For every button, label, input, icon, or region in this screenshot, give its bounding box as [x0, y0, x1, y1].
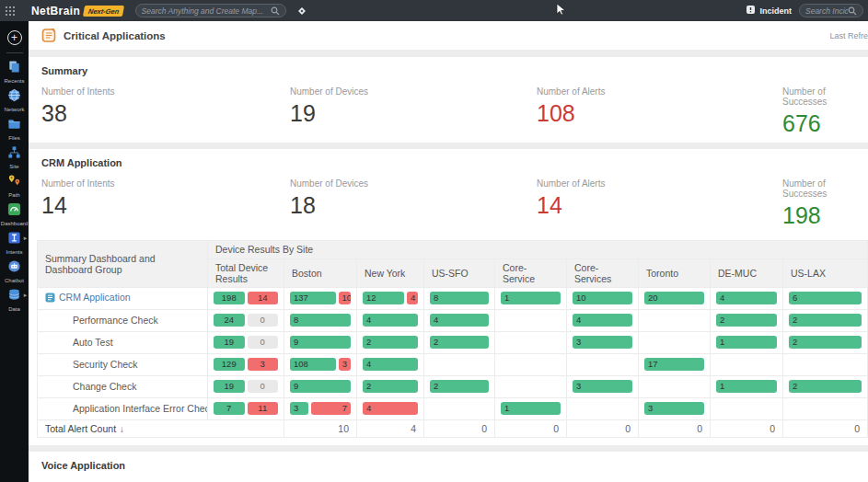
section-divider — [29, 51, 868, 57]
sidebar: + RecentsNetworkFilesSitePathDashboardIn… — [0, 21, 29, 482]
sidebar-item-chatbot[interactable]: Chatbot — [1, 259, 28, 288]
metric-label: Number of Devices — [290, 178, 537, 189]
result-cell: 8 — [284, 309, 357, 331]
metric-value: 676 — [782, 111, 855, 135]
success-pill: 9 — [290, 380, 351, 393]
app-launcher-grid-icon[interactable] — [0, 0, 20, 21]
total-alert-count-value: 0 — [424, 419, 495, 437]
result-cell: 9 — [284, 331, 357, 353]
success-pill: 6 — [789, 292, 862, 304]
success-pill: 8 — [290, 314, 351, 327]
result-cell: 4 — [711, 287, 783, 309]
result-cell — [424, 353, 495, 375]
add-button[interactable]: + — [7, 30, 22, 45]
result-cell — [495, 353, 567, 375]
result-cell: 2 — [424, 331, 495, 353]
column-header-core-service[interactable]: Core-Service — [495, 258, 567, 287]
zero-pill: 0 — [248, 314, 279, 327]
alert-pill: 3 — [339, 358, 352, 371]
incident-label: Incident — [759, 6, 792, 16]
success-pill: 20 — [644, 292, 704, 304]
incident-button[interactable]: Incident — [746, 5, 792, 17]
sidebar-item-site[interactable]: Site — [1, 145, 28, 174]
metric-value: 198 — [782, 203, 855, 227]
section-title: Voice Application — [41, 460, 855, 471]
chevron-right-icon[interactable]: ▸ — [24, 292, 28, 299]
result-cell: 2 — [424, 375, 495, 397]
next-gen-badge: Next-Gen — [83, 6, 124, 17]
column-header-de-muc[interactable]: DE-MUC — [711, 258, 783, 287]
metric-label: Number of Alerts — [537, 86, 782, 97]
result-cell: 20 — [639, 287, 711, 309]
column-header-new-york[interactable]: New York — [357, 258, 424, 287]
success-pill: 4 — [430, 314, 489, 327]
metric-label: Number of Intents — [41, 178, 290, 189]
success-pill: 3 — [290, 402, 308, 415]
total-alert-count-value: 10 — [284, 419, 357, 437]
result-cell: 1 — [711, 375, 783, 397]
result-cell: 1 — [495, 287, 567, 309]
main-content: Critical Applications Last Refre Summary… — [29, 21, 868, 482]
sidebar-item-path[interactable]: Path — [1, 174, 28, 202]
result-cell: 4 — [357, 353, 424, 375]
global-search[interactable] — [135, 4, 286, 17]
netbrain-logo[interactable]: NetBrain Next-Gen — [31, 5, 124, 17]
result-cell: 4 — [357, 309, 424, 331]
column-header-us-lax[interactable]: US-LAX — [783, 258, 868, 287]
result-cell: 240 — [208, 309, 284, 331]
column-header-us-sfo[interactable]: US-SFO — [424, 258, 495, 287]
table-row: Security Check12931083417 — [38, 353, 868, 375]
column-header-toronto[interactable]: Toronto — [639, 258, 711, 287]
logo-text: NetBrain — [31, 5, 80, 17]
result-cell: 37 — [284, 397, 357, 419]
metric-value: 108 — [537, 101, 782, 125]
sidebar-item-dashboard[interactable]: Dashboard — [1, 202, 28, 231]
table-row: Performance Check240844422 — [38, 309, 868, 331]
global-search-input[interactable] — [142, 6, 271, 16]
chevron-right-icon[interactable]: ▸ — [24, 235, 28, 242]
sidebar-item-intents[interactable]: Intents▸ — [1, 231, 28, 259]
success-pill: 12 — [363, 292, 404, 304]
network-icon — [7, 88, 21, 106]
sidebar-item-recents[interactable]: Recents — [1, 60, 28, 88]
row-label: Auto Test — [38, 331, 208, 353]
map-diamond-icon[interactable] — [296, 6, 307, 17]
column-header-core-services[interactable]: Core-Services — [567, 258, 639, 287]
result-cell: 9 — [284, 375, 357, 397]
result-cell — [711, 353, 783, 375]
row-label[interactable]: CRM Application — [59, 292, 131, 303]
result-cell — [783, 397, 868, 419]
metric-label: Number of Alerts — [537, 178, 782, 189]
row-label-link[interactable]: CRM Application — [38, 287, 208, 309]
success-pill: 24 — [214, 314, 245, 327]
column-header-total-device-results[interactable]: Total Device Results — [208, 258, 284, 287]
page-header: Critical Applications Last Refre — [29, 21, 868, 51]
sort-descending-icon[interactable]: ↓ — [120, 424, 124, 434]
sidebar-item-files[interactable]: Files — [1, 117, 28, 145]
result-cell — [567, 353, 639, 375]
metric-value: 19 — [290, 101, 537, 125]
alert-pill: 10 — [339, 292, 352, 304]
result-cell: 8 — [424, 287, 495, 309]
result-cell: 19814 — [208, 287, 284, 309]
result-cell: 6 — [783, 287, 868, 309]
result-cell: 1 — [711, 331, 783, 353]
voice-application-section: Voice Application Number of Intents14Num… — [29, 452, 868, 482]
metric: Number of Successes676 — [782, 86, 855, 135]
sidebar-item-network[interactable]: Network — [1, 88, 28, 117]
result-cell: 711 — [208, 397, 284, 419]
column-header-dashboard-group[interactable]: Summary Dashboard and Dashboard Group — [38, 240, 208, 287]
incident-search-input[interactable] — [805, 6, 848, 16]
metric-value: 14 — [537, 193, 782, 217]
row-label: Security Check — [38, 353, 208, 375]
sidebar-item-data[interactable]: Data▸ — [1, 288, 28, 316]
column-header-boston[interactable]: Boston — [284, 258, 357, 287]
incident-search[interactable] — [799, 4, 863, 17]
success-pill: 4 — [716, 292, 777, 304]
section-title: CRM Application — [41, 157, 855, 168]
row-label: Performance Check — [38, 309, 208, 331]
alert-pill: 4 — [363, 402, 418, 415]
table-row: Application Interface Error Check7113741… — [38, 397, 868, 419]
table-row: Auto Test190922312 — [38, 331, 868, 353]
success-pill: 3 — [573, 336, 632, 349]
